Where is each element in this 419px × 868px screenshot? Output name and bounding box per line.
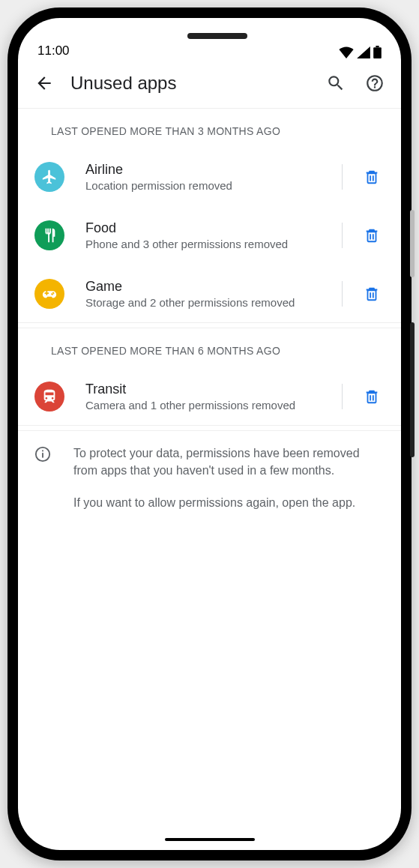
delete-button[interactable] [359,281,385,307]
search-button[interactable] [323,70,349,96]
app-icon [34,220,64,250]
info-p1: To protect your data, permissions have b… [73,444,383,479]
app-row-food[interactable]: Food Phone and 3 other permissions remov… [18,206,401,265]
info-block: To protect your data, permissions have b… [18,431,401,525]
app-text: Food Phone and 3 other permissions remov… [78,220,322,250]
delete-button[interactable] [359,223,385,248]
svg-rect-2 [42,453,43,457]
svg-rect-3 [42,450,43,452]
section-6-months: LAST OPENED MORE THAN 6 MONTHS AGO Trans… [18,328,401,431]
help-button[interactable] [362,70,388,96]
info-text: To protect your data, permissions have b… [73,444,383,512]
help-icon [365,73,385,93]
train-icon [41,388,58,405]
app-row-airline[interactable]: Airline Location permission removed [18,148,401,206]
app-text: Airline Location permission removed [78,162,322,192]
section-header: LAST OPENED MORE THAN 6 MONTHS AGO [18,328,401,367]
divider [342,281,343,307]
info-p2: If you want to allow permissions again, … [73,494,383,511]
svg-rect-1 [376,46,379,47]
volume-button [410,210,415,277]
search-icon [326,73,346,93]
app-subtext: Camera and 1 other permissions removed [85,399,322,412]
trash-icon [364,388,380,405]
nav-bar [18,838,401,841]
screen: 11:00 Unused apps LAST OPENED MORE THAN … [18,18,401,850]
app-subtext: Location permission removed [85,179,322,192]
power-button [410,322,415,457]
app-name: Airline [85,162,322,178]
wifi-icon [339,46,354,58]
app-name: Game [85,279,322,295]
airplane-icon [41,169,58,185]
section-3-months: LAST OPENED MORE THAN 3 MONTHS AGO Airli… [18,109,401,328]
home-handle[interactable] [165,838,255,841]
app-subtext: Storage and 2 other permissions removed [85,296,322,309]
device-frame: 11:00 Unused apps LAST OPENED MORE THAN … [7,7,412,861]
app-name: Food [85,220,322,236]
app-icon [34,382,64,412]
app-name: Transit [85,382,322,397]
app-text: Game Storage and 2 other permissions rem… [78,279,322,309]
app-text: Transit Camera and 1 other permissions r… [78,382,322,412]
trash-icon [364,286,380,302]
trash-icon [364,227,380,244]
app-subtext: Phone and 3 other permissions removed [85,238,322,250]
back-button[interactable] [31,70,57,96]
gamepad-icon [41,286,58,302]
delete-button[interactable] [359,164,385,190]
app-icon [34,162,64,192]
app-row-transit[interactable]: Transit Camera and 1 other permissions r… [18,367,401,426]
app-bar: Unused apps [18,63,401,109]
battery-icon [373,46,382,58]
svg-rect-0 [373,47,382,58]
divider [342,164,343,190]
delete-button[interactable] [359,384,385,409]
divider [342,223,343,248]
status-icons [339,46,382,58]
signal-icon [357,46,370,58]
page-title: Unused apps [70,73,310,94]
fork-knife-icon [41,227,58,244]
divider [342,384,343,409]
app-icon [34,279,64,309]
app-row-game[interactable]: Game Storage and 2 other permissions rem… [18,265,401,323]
trash-icon [364,169,380,185]
status-time: 11:00 [37,43,70,58]
info-icon [34,446,52,512]
section-header: LAST OPENED MORE THAN 3 MONTHS AGO [18,109,401,148]
arrow-back-icon [34,73,54,93]
status-bar: 11:00 [18,18,401,63]
